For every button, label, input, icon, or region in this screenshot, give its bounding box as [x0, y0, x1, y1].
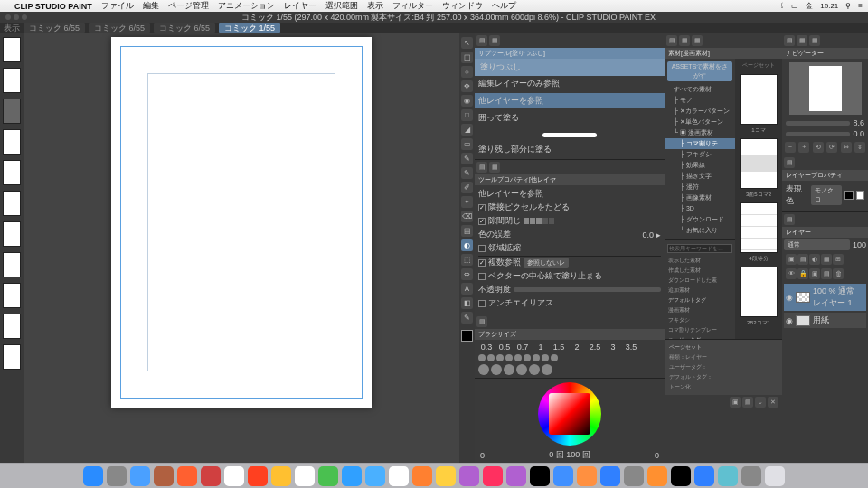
- dock-app-icon[interactable]: [741, 466, 761, 486]
- layer-action-icon[interactable]: ▦: [821, 254, 832, 265]
- eye-icon[interactable]: ◉: [786, 293, 793, 302]
- nav-icon[interactable]: ⟳: [826, 142, 837, 153]
- opacity-slider[interactable]: [514, 287, 661, 292]
- tag[interactable]: ダウンロードした素: [665, 276, 735, 286]
- dock-app-icon[interactable]: [271, 466, 291, 486]
- assets-button[interactable]: ASSETSで素材をさがす: [667, 61, 732, 81]
- mat-action-icon[interactable]: ✕: [768, 397, 778, 408]
- page-thumb[interactable]: [3, 314, 21, 339]
- subtool-header[interactable]: サブツール[塗りつぶし]: [475, 48, 665, 59]
- tree-item[interactable]: ├ 漫符: [665, 182, 735, 192]
- page-thumb[interactable]: [3, 283, 21, 308]
- dock-app-icon[interactable]: [342, 466, 362, 486]
- tool-blend[interactable]: ▤: [461, 225, 473, 237]
- eye-icon[interactable]: ◉: [786, 316, 793, 325]
- material-thumb[interactable]: [740, 138, 778, 189]
- dock-app-icon[interactable]: [177, 466, 197, 486]
- panel-icon[interactable]: ▦: [679, 35, 690, 46]
- tree-item[interactable]: ├ ダウンロード: [665, 214, 735, 225]
- panel-icon[interactable]: ▤: [476, 35, 487, 46]
- brush-dot[interactable]: [491, 364, 502, 375]
- tool-fill[interactable]: ◐: [461, 239, 473, 251]
- material-thumb[interactable]: [740, 202, 778, 253]
- menu-help[interactable]: ヘルプ: [492, 0, 516, 12]
- layer-action-icon[interactable]: ▣: [786, 254, 797, 265]
- material-header[interactable]: 素材[漫画素材]: [665, 48, 782, 59]
- layer-item[interactable]: ◉ 用紙: [784, 313, 866, 328]
- zoom-slider[interactable]: [786, 121, 850, 126]
- tool-eyedrop[interactable]: ◢: [461, 124, 473, 136]
- mat-action-icon[interactable]: ▣: [730, 397, 741, 408]
- chk-vector[interactable]: [478, 273, 486, 280]
- dock-app-icon[interactable]: [553, 466, 573, 486]
- tree-item[interactable]: ├ 3D: [665, 203, 735, 214]
- layer-opacity[interactable]: 100: [853, 240, 866, 249]
- brush-val[interactable]: 0.5: [496, 343, 513, 352]
- menu-file[interactable]: ファイル: [101, 0, 134, 12]
- tag[interactable]: 作成した素材: [665, 266, 735, 276]
- toolprop-header[interactable]: ツールプロパティ[他レイヤ: [475, 174, 665, 185]
- page-thumb[interactable]: [3, 191, 21, 216]
- panel-icon[interactable]: ▦: [809, 35, 820, 46]
- tree-item[interactable]: └ ▣ 漫画素材: [665, 127, 735, 138]
- color-wheel[interactable]: [538, 382, 601, 446]
- dock-app-icon[interactable]: [224, 466, 244, 486]
- panel-icon[interactable]: ▤: [476, 162, 487, 173]
- page-thumb[interactable]: [3, 99, 21, 124]
- layer-item-sel[interactable]: ◉ 100 % 通常レイヤー 1: [784, 284, 866, 311]
- nav-icon[interactable]: ⟲: [813, 142, 824, 153]
- doc-tab-active[interactable]: コミック 1/55: [219, 23, 280, 33]
- dock-app-icon[interactable]: [671, 466, 691, 486]
- tool-balloon[interactable]: ◧: [461, 297, 473, 309]
- menu-edit[interactable]: 編集: [143, 0, 159, 12]
- doc-tab[interactable]: コミック 6/55: [24, 23, 85, 33]
- dock-app-icon[interactable]: [530, 466, 550, 486]
- blend-mode[interactable]: 通常: [784, 239, 850, 250]
- brush-val[interactable]: 0.7: [514, 343, 531, 352]
- tool-lasso[interactable]: ◉: [461, 95, 473, 107]
- panel-icon[interactable]: ▦: [692, 35, 703, 46]
- layer-action-icon[interactable]: ▣: [809, 268, 820, 279]
- brush-dot[interactable]: [542, 354, 549, 361]
- brush-val[interactable]: 3.5: [623, 343, 639, 352]
- tool-eraser[interactable]: ⌫: [461, 211, 473, 222]
- brush-header[interactable]: ブラシサイズ: [475, 329, 665, 340]
- chk-multiref[interactable]: [478, 259, 486, 267]
- page-thumb[interactable]: [3, 344, 21, 370]
- tool-text[interactable]: A: [461, 283, 473, 295]
- tag[interactable]: 漫画素材: [665, 305, 735, 315]
- nav-icon[interactable]: −: [785, 142, 796, 153]
- dock-app-icon[interactable]: [83, 466, 103, 486]
- subtool-item[interactable]: 編集レイヤーのみ参照: [478, 78, 560, 89]
- material-thumb[interactable]: [740, 74, 778, 125]
- tool-correct[interactable]: ✎: [461, 312, 473, 324]
- dock-app-icon[interactable]: [600, 466, 620, 486]
- subtool-item[interactable]: 囲って塗る: [478, 112, 519, 124]
- val-tolerance[interactable]: 0.0: [642, 230, 654, 239]
- brush-val[interactable]: 2: [569, 343, 585, 352]
- menu-anim[interactable]: アニメーション: [218, 0, 275, 12]
- tool-marquee[interactable]: ✥: [461, 80, 473, 92]
- page-thumb[interactable]: [3, 160, 21, 185]
- doc-tab[interactable]: コミック 6/55: [89, 23, 150, 33]
- brush-dot[interactable]: [542, 364, 552, 375]
- chk-aa[interactable]: [478, 300, 486, 307]
- traffic-min[interactable]: [14, 14, 19, 20]
- menu-view[interactable]: 表示: [367, 0, 383, 12]
- navigator-preview[interactable]: [789, 62, 862, 115]
- panel-icon[interactable]: ▤: [784, 214, 795, 225]
- menu-extra-icon[interactable]: ≡: [858, 2, 863, 10]
- nav-icon[interactable]: ⇕: [854, 142, 865, 153]
- spotlight-icon[interactable]: ⚲: [845, 2, 851, 10]
- tag[interactable]: フキダシ: [665, 315, 735, 325]
- day[interactable]: 金: [806, 1, 813, 11]
- layers-header[interactable]: レイヤー: [782, 227, 868, 238]
- tree-item[interactable]: ├ 効果線: [665, 160, 735, 171]
- tree-item[interactable]: ├ フキダシ: [665, 149, 735, 160]
- swatch-white[interactable]: [856, 191, 864, 200]
- navigator-header[interactable]: ナビゲーター: [782, 48, 868, 59]
- panel-icon[interactable]: ▤: [784, 157, 795, 168]
- rot-slider[interactable]: [786, 132, 850, 136]
- colormode-val[interactable]: モノクロ: [811, 185, 842, 205]
- dock-app-icon[interactable]: [154, 466, 174, 486]
